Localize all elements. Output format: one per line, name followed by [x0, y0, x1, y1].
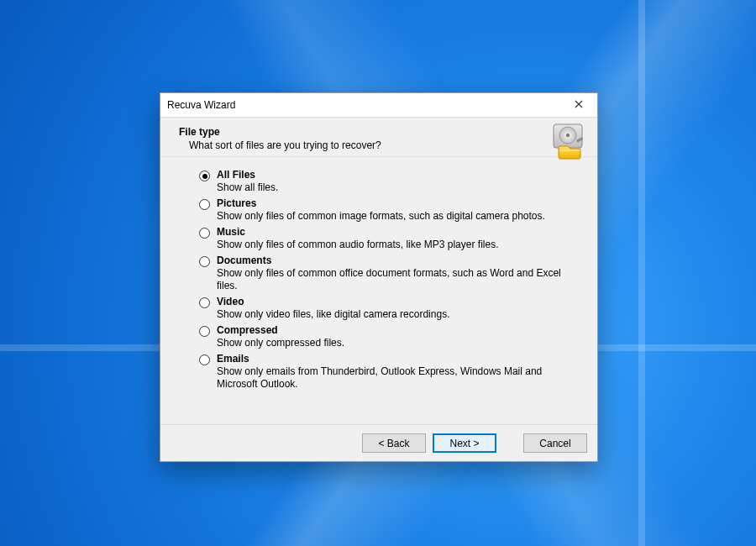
header-title: File type: [179, 126, 585, 138]
close-icon: [575, 99, 583, 111]
svg-point-2: [566, 134, 570, 137]
radio-icon: [199, 256, 210, 267]
option-label: Emails: [217, 353, 570, 365]
cancel-button[interactable]: Cancel: [523, 433, 587, 453]
option-desc: Show only video files, like digital came…: [217, 308, 449, 321]
option-desc: Show only emails from Thunderbird, Outlo…: [217, 365, 570, 391]
option-label: Pictures: [217, 197, 545, 210]
option-compressed[interactable]: Compressed Show only compressed files.: [199, 324, 577, 349]
option-text: Pictures Show only files of common image…: [217, 197, 545, 223]
option-desc: Show all files.: [217, 181, 278, 194]
back-button[interactable]: < Back: [362, 433, 426, 453]
option-all-files[interactable]: All Files Show all files.: [199, 169, 577, 194]
radio-icon: [199, 326, 210, 337]
radio-icon: [199, 354, 210, 365]
radio-icon: [199, 228, 210, 239]
option-desc: Show only files of common office documen…: [217, 267, 570, 292]
options-area: All Files Show all files. Pictures Show …: [160, 157, 597, 424]
wizard-header: File type What sort of files are you try…: [160, 118, 597, 156]
option-text: Music Show only files of common audio fo…: [217, 226, 498, 251]
next-button[interactable]: Next >: [433, 433, 496, 453]
option-desc: Show only compressed files.: [217, 337, 344, 349]
option-label: Compressed: [217, 324, 344, 337]
wizard-dialog: Recuva Wizard File type What sort of fil…: [160, 92, 598, 462]
close-button[interactable]: [562, 94, 596, 116]
option-label: Video: [217, 296, 449, 308]
option-video[interactable]: Video Show only video files, like digita…: [199, 296, 577, 321]
header-subtitle: What sort of files are you trying to rec…: [189, 139, 585, 151]
titlebar: Recuva Wizard: [160, 93, 597, 118]
wizard-footer: < Back Next > Cancel: [160, 424, 597, 461]
option-text: All Files Show all files.: [217, 169, 278, 194]
option-text: Video Show only video files, like digita…: [217, 296, 449, 321]
option-music[interactable]: Music Show only files of common audio fo…: [199, 226, 577, 251]
window-title: Recuva Wizard: [167, 99, 235, 111]
option-text: Compressed Show only compressed files.: [217, 324, 344, 349]
option-label: Music: [217, 226, 498, 239]
option-desc: Show only files of common audio formats,…: [217, 239, 498, 251]
hard-drive-icon: [550, 123, 587, 160]
radio-icon: [199, 297, 210, 308]
radio-icon: [199, 171, 210, 181]
option-text: Emails Show only emails from Thunderbird…: [217, 353, 570, 391]
option-documents[interactable]: Documents Show only files of common offi…: [199, 255, 577, 292]
option-text: Documents Show only files of common offi…: [217, 255, 570, 292]
option-label: All Files: [217, 169, 278, 181]
option-desc: Show only files of common image formats,…: [217, 210, 545, 223]
desktop-background: Recuva Wizard File type What sort of fil…: [0, 0, 756, 546]
option-label: Documents: [217, 255, 570, 267]
radio-icon: [199, 199, 210, 210]
button-gap: [503, 433, 517, 453]
option-emails[interactable]: Emails Show only emails from Thunderbird…: [199, 353, 577, 391]
option-pictures[interactable]: Pictures Show only files of common image…: [199, 197, 577, 223]
